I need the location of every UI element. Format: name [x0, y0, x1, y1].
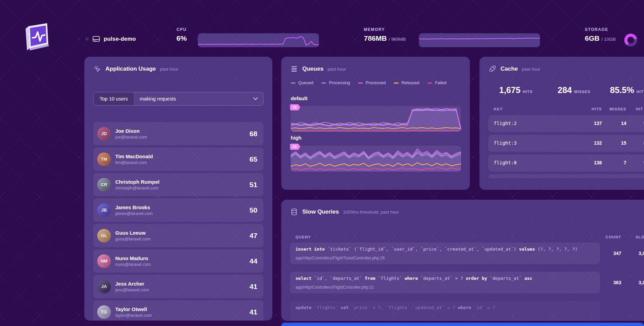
card-period: 1000ms threshold, past hour — [343, 210, 399, 215]
user-row: JAJess Archerjess@laravel.com41 — [93, 275, 264, 298]
pulse-logo-icon — [20, 20, 50, 53]
queues-header: Queues past hour — [290, 65, 346, 73]
slow-query-count: 363 — [594, 280, 621, 285]
legend-label: Processing — [329, 80, 350, 85]
user-row: CRChristoph Rumpelchristoph@laravel.com5… — [93, 173, 264, 196]
queue-high-badge: 23 — [290, 144, 300, 150]
slow-query-count: 347 — [594, 251, 621, 256]
user-request-count: 68 — [250, 130, 257, 138]
cache-hits-stat: 1,675 HITS — [499, 85, 533, 95]
cache-card: Cache past hour 1,675 HITS 284 MISSES 85… — [479, 57, 644, 190]
user-info: Tim MacDonaldtim@laravel.com — [115, 153, 250, 165]
usage-select-metric[interactable]: Top 10 users — [94, 92, 134, 105]
cache-table-row-partial — [488, 174, 644, 178]
legend-dash — [427, 83, 432, 84]
user-email: christoph@laravel.com — [115, 186, 250, 191]
cache-table-rows: flight:21371490.7flight:31321589.8flight… — [488, 115, 644, 178]
server-name: pulse-demo — [104, 36, 136, 42]
user-info: James Brooksjames@laravel.com — [115, 204, 250, 216]
user-name: James Brooks — [115, 204, 250, 210]
legend-label: Processed — [366, 80, 386, 85]
user-request-count: 51 — [250, 181, 257, 189]
queue-default-chart — [291, 106, 461, 132]
avatar: JB — [97, 203, 111, 217]
user-row: JBJames Brooksjames@laravel.com50 — [93, 198, 264, 222]
avatar: NM — [97, 254, 111, 268]
chevron-down-icon[interactable] — [253, 97, 258, 100]
cache-table-row: flight:21371490.7 — [488, 115, 644, 132]
application-usage-header: Application Usage past hour — [93, 65, 179, 73]
card-title: Queues — [302, 66, 323, 72]
legend-dash — [291, 83, 295, 84]
card-period: past hour — [160, 67, 178, 72]
slow-queries-rows: insert into `tickets` (`flight_id`, `use… — [290, 242, 600, 321]
queue-default-badge: 70 — [290, 104, 300, 110]
storage-label: STORAGE — [585, 27, 616, 32]
user-email: tim@laravel.com — [115, 160, 250, 165]
user-info: Guus Leeuwguus@laravel.com — [115, 230, 250, 241]
cache-hit-rate: 89.8 — [539, 140, 644, 146]
slow-query-slowest: 3,099 — [623, 251, 644, 256]
cache-hit-rate: 95.2 — [539, 160, 644, 165]
cpu-sparkline — [198, 33, 319, 47]
avatar: JD — [97, 127, 111, 141]
card-title: Cache — [501, 66, 518, 72]
database-icon — [290, 208, 298, 216]
user-info: Jess Archerjess@laravel.com — [115, 281, 250, 292]
avatar: GL — [97, 229, 111, 242]
usage-select[interactable]: Top 10 users making requests — [93, 92, 264, 106]
legend-item: Queued — [291, 80, 313, 85]
slow-query-row: insert into `tickets` (`flight_id`, `use… — [290, 242, 600, 264]
cache-table-row: flight:31321589.8 — [488, 135, 644, 152]
slow-query-sql: insert into `tickets` (`flight_id`, `use… — [295, 247, 595, 252]
user-row: NMNuno Maduronuno@laravel.com44 — [93, 249, 264, 273]
legend-item: Released — [394, 80, 419, 85]
rocket-icon — [488, 65, 496, 73]
cpu-value: 6% — [176, 34, 187, 42]
cpu-metric: CPU 6% — [176, 27, 187, 42]
server-status: pulse-demo — [85, 36, 136, 42]
avatar: TM — [97, 152, 111, 166]
user-name: Christoph Rumpel — [115, 179, 250, 185]
legend-label: Failed — [435, 80, 446, 85]
cache-table-row: flight:8138795.2 — [488, 155, 644, 171]
user-email: joe@laravel.com — [115, 135, 250, 140]
storage-value: 6GB / 10GB — [585, 34, 616, 42]
user-info: Christoph Rumpelchristoph@laravel.com — [115, 179, 250, 191]
usage-select-type[interactable]: making requests — [134, 92, 263, 105]
user-name: Taylor Otwell — [115, 306, 250, 312]
user-request-count: 65 — [250, 155, 257, 163]
cache-header: Cache past hour — [488, 65, 540, 73]
avatar: TO — [97, 305, 111, 319]
server-icon — [92, 36, 100, 42]
user-row: TMTim MacDonaldtim@laravel.com65 — [93, 147, 264, 171]
memory-value: 786MB / 969MB — [364, 34, 406, 42]
slow-query-path: app/Http/Controllers/FlightController.ph… — [295, 285, 374, 290]
user-request-count: 47 — [250, 232, 257, 240]
user-request-count: 41 — [250, 308, 257, 316]
slow-queries-card: Slow Queries 1000ms threshold, past hour… — [281, 200, 644, 321]
cpu-label: CPU — [176, 27, 187, 32]
legend-item: Processing — [321, 80, 350, 85]
user-list: JDJoe Dixonjoe@laravel.com68TMTim MacDon… — [93, 122, 264, 321]
user-row: GLGuus Leeuwguus@laravel.com47 — [93, 224, 264, 247]
bottom-banner-edge — [281, 323, 644, 326]
legend-label: Queued — [298, 80, 313, 85]
storage-donut-chart — [624, 34, 637, 47]
slow-query-row: update `flights` set `price` = ?, `fligh… — [290, 301, 600, 321]
cache-misses-stat: 284 MISSES — [558, 85, 590, 95]
cache-hit-rate-stat: 85.5% HIT RATE — [610, 85, 644, 95]
user-email: taylor@laravel.com — [115, 313, 250, 318]
user-request-count: 44 — [250, 257, 257, 265]
application-usage-card: Application Usage past hour Top 10 users… — [84, 57, 272, 321]
user-name: Nuno Maduro — [115, 255, 250, 261]
slow-query-slowest: 3,088 — [623, 280, 644, 285]
legend-dash — [321, 83, 326, 84]
user-email: guus@laravel.com — [115, 237, 250, 241]
queue-name-default: default — [291, 95, 307, 101]
user-email: james@laravel.com — [115, 211, 250, 216]
queues-legend: QueuedProcessingProcessedReleasedFailed — [291, 80, 446, 85]
queue-name-high: high — [291, 135, 302, 141]
user-info: Nuno Maduronuno@laravel.com — [115, 255, 250, 267]
legend-dash — [358, 83, 363, 84]
